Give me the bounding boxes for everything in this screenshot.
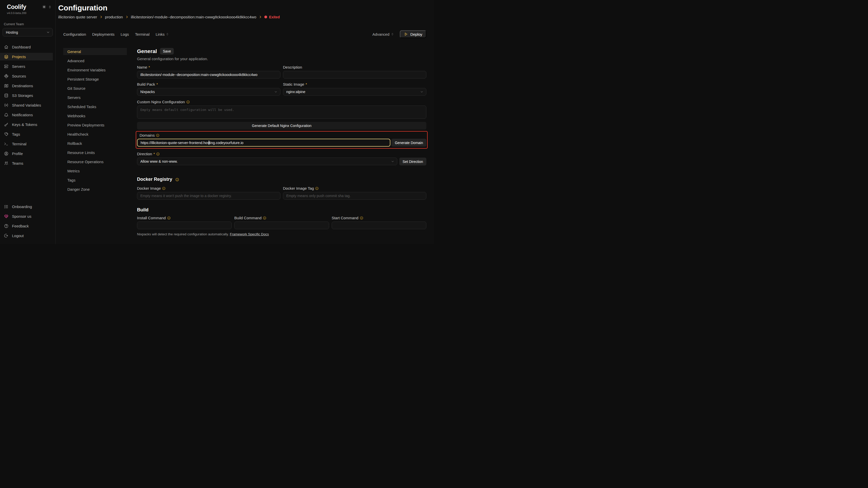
docker-image-label: Docker Image bbox=[137, 186, 280, 191]
sidebar-item-label: Notifications bbox=[12, 113, 33, 117]
info-icon[interactable] bbox=[156, 134, 159, 137]
info-icon[interactable] bbox=[162, 187, 165, 190]
save-button[interactable]: Save bbox=[160, 48, 174, 55]
sidebar-item-s3-storages[interactable]: S3 Storages bbox=[0, 92, 55, 99]
tab-links[interactable]: Links bbox=[156, 32, 169, 36]
sidebar-item-projects[interactable]: Projects bbox=[0, 53, 53, 60]
info-icon[interactable] bbox=[186, 100, 190, 104]
tab-deployments[interactable]: Deployments bbox=[92, 32, 115, 36]
static-image-select[interactable]: nginx:alpine bbox=[283, 88, 426, 96]
subnav-item-rollback[interactable]: Rollback bbox=[63, 140, 127, 147]
info-icon[interactable] bbox=[315, 187, 319, 190]
subnav-item-general[interactable]: General bbox=[63, 48, 127, 55]
subnav-item-git-source[interactable]: Git Source bbox=[63, 85, 127, 92]
theme-sun-icon[interactable] bbox=[42, 5, 46, 9]
user-circle-icon bbox=[4, 151, 9, 156]
subnav-item-resource-operations[interactable]: Resource Operations bbox=[63, 158, 127, 165]
team-select[interactable]: Hosting bbox=[3, 28, 53, 36]
help-circle-icon bbox=[4, 224, 9, 228]
sidebar-item-sources[interactable]: Sources bbox=[0, 72, 55, 80]
subnav-item-persistent-storage[interactable]: Persistent Storage bbox=[63, 75, 127, 83]
sidebar-item-destinations[interactable]: Destinations bbox=[0, 82, 55, 90]
custom-nginx-textarea[interactable] bbox=[137, 105, 426, 119]
generate-nginx-button[interactable]: Generate Default Nginx Configuration bbox=[137, 122, 426, 130]
subnav-item-tags[interactable]: Tags bbox=[63, 176, 127, 184]
sidebar-item-feedback[interactable]: Feedback bbox=[0, 222, 55, 230]
chevron-selector-icon bbox=[165, 32, 169, 36]
info-icon[interactable] bbox=[263, 216, 267, 220]
deploy-button[interactable]: Deploy bbox=[400, 30, 426, 38]
sidebar-item-label: Logout bbox=[12, 233, 24, 238]
sidebar-item-profile[interactable]: Profile bbox=[0, 150, 55, 157]
nixpacks-note: Nixpacks will detect the required config… bbox=[137, 232, 426, 236]
subnav-item-webhooks[interactable]: Webhooks bbox=[63, 112, 127, 119]
tab-terminal[interactable]: Terminal bbox=[135, 32, 150, 36]
build-pack-label: Build Pack* bbox=[137, 82, 280, 87]
sidebar-item-label: S3 Storages bbox=[12, 93, 33, 98]
checklist-icon bbox=[4, 204, 9, 209]
docker-image-tag-label: Docker Image Tag bbox=[283, 186, 426, 191]
framework-docs-link[interactable]: Framework Specific Docs bbox=[230, 232, 269, 236]
breadcrumb-environment[interactable]: production bbox=[105, 15, 123, 19]
info-icon[interactable] bbox=[156, 152, 160, 156]
sidebar-item-dashboard[interactable]: Dashboard bbox=[0, 43, 55, 51]
theme-selector-icon[interactable] bbox=[48, 5, 52, 9]
git-source-icon bbox=[4, 74, 9, 78]
subnav-item-resource-limits[interactable]: Resource Limits bbox=[63, 149, 127, 156]
docker-image-tag-input[interactable] bbox=[283, 192, 426, 200]
subnav-item-scheduled-tasks[interactable]: Scheduled Tasks bbox=[63, 103, 127, 110]
build-pack-select[interactable]: Nixpacks bbox=[137, 88, 280, 96]
sidebar-item-onboarding[interactable]: Onboarding bbox=[0, 203, 55, 210]
docker-image-input[interactable] bbox=[137, 192, 280, 200]
tab-bar: Configuration Deployments Logs Terminal … bbox=[58, 30, 426, 38]
breadcrumb-application: illicitestonion/-module--decomposition:m… bbox=[131, 15, 256, 19]
info-icon[interactable] bbox=[167, 216, 171, 220]
sidebar-item-sponsor-us[interactable]: Sponsor us bbox=[0, 213, 55, 220]
info-icon[interactable] bbox=[360, 216, 363, 220]
app-logo: Coolify bbox=[7, 4, 26, 10]
tag-icon bbox=[4, 132, 9, 137]
sidebar-item-servers[interactable]: Servers bbox=[0, 62, 55, 70]
build-command-input[interactable] bbox=[234, 222, 329, 229]
subnav-item-environment-variables[interactable]: Environment Variables bbox=[63, 66, 127, 73]
section-title-build: Build bbox=[137, 207, 149, 213]
section-description: General configuration for your applicati… bbox=[137, 57, 426, 61]
name-input[interactable] bbox=[137, 71, 280, 78]
team-select-value: Hosting bbox=[6, 30, 18, 34]
subnav-item-danger-zone[interactable]: Danger Zone bbox=[63, 186, 127, 193]
subnav-item-advanced[interactable]: Advanced bbox=[63, 57, 127, 64]
description-input[interactable] bbox=[283, 71, 426, 78]
sidebar-item-label: Dashboard bbox=[12, 45, 31, 49]
info-icon[interactable] bbox=[175, 178, 179, 181]
subnav-item-servers[interactable]: Servers bbox=[63, 94, 127, 101]
generate-domain-button[interactable]: Generate Domain bbox=[392, 139, 426, 147]
variable-icon bbox=[4, 103, 9, 107]
sidebar-item-terminal[interactable]: Terminal bbox=[0, 140, 55, 148]
subnav-item-healthcheck[interactable]: Healthcheck bbox=[63, 131, 127, 138]
subnav-item-metrics[interactable]: Metrics bbox=[63, 167, 127, 174]
name-label: Name* bbox=[137, 65, 280, 69]
sidebar-item-keys-tokens[interactable]: Keys & Tokens bbox=[0, 121, 55, 128]
set-direction-button[interactable]: Set Direction bbox=[399, 158, 426, 165]
install-command-input[interactable] bbox=[137, 222, 232, 229]
database-icon bbox=[4, 93, 9, 98]
sidebar-item-notifications[interactable]: Notifications bbox=[0, 111, 55, 119]
sidebar-item-label: Sources bbox=[12, 74, 26, 78]
app-version: v4.0.0-beta.399 bbox=[0, 11, 55, 14]
sidebar-footer-nav: Onboarding Sponsor us Feedback Logout bbox=[0, 203, 55, 241]
sidebar-item-logout[interactable]: Logout bbox=[0, 232, 55, 239]
tab-configuration[interactable]: Configuration bbox=[63, 32, 86, 36]
tab-logs[interactable]: Logs bbox=[121, 32, 129, 36]
subnav-item-preview-deployments[interactable]: Preview Deployments bbox=[63, 121, 127, 129]
advanced-menu[interactable]: Advanced bbox=[373, 32, 395, 36]
sidebar-item-label: Feedback bbox=[12, 224, 29, 228]
main-content: Configuration illicitonion quote server … bbox=[56, 0, 434, 244]
start-command-input[interactable] bbox=[332, 222, 426, 229]
breadcrumb-project[interactable]: illicitonion quote server bbox=[58, 15, 97, 19]
domains-input[interactable] bbox=[137, 139, 391, 147]
sidebar-item-tags[interactable]: Tags bbox=[0, 130, 55, 138]
sidebar-item-shared-variables[interactable]: Shared Variables bbox=[0, 101, 55, 109]
sidebar-item-label: Profile bbox=[12, 152, 23, 156]
direction-select[interactable]: Allow www & non-www. bbox=[137, 158, 397, 165]
sidebar-item-teams[interactable]: Teams bbox=[0, 159, 55, 167]
